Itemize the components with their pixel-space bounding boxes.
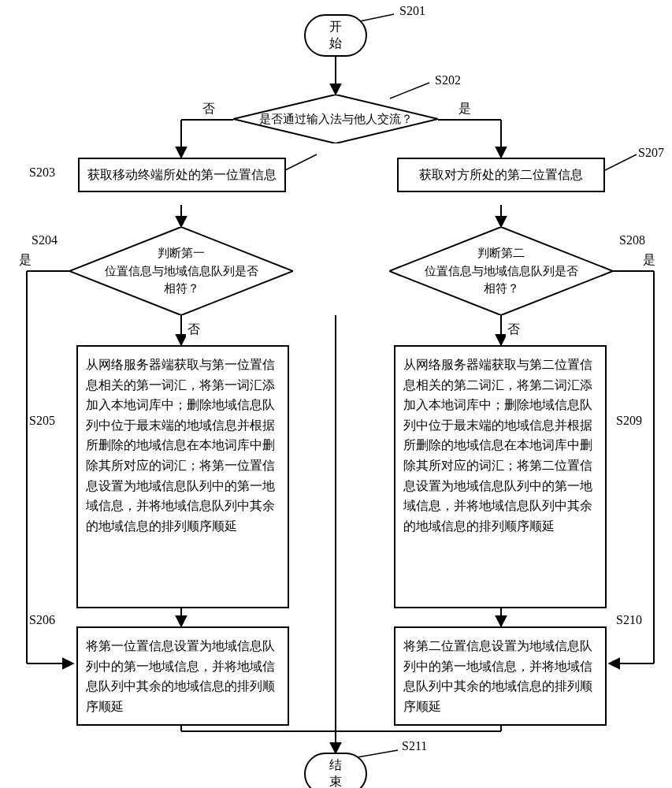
s210-tag: S210 xyxy=(614,613,644,627)
s204-line3: 相符？ xyxy=(164,282,199,295)
s209-tag: S209 xyxy=(614,414,644,428)
s204-no: 否 xyxy=(186,322,202,338)
s209-process: 从网络服务器端获取与第二位置信息相关的第二词汇，将第二词汇添加入本地词库中；删除… xyxy=(394,345,607,608)
s202-tag: S202 xyxy=(433,73,462,87)
s206-process: 将第一位置信息设置为地域信息队列中的第一地域信息，并将地域信息队列中其余的地域信… xyxy=(76,626,289,726)
s210-process: 将第二位置信息设置为地域信息队列中的第一地域信息，并将地域信息队列中其余的地域信… xyxy=(394,626,607,726)
s208-line1: 判断第二 xyxy=(477,247,525,259)
svg-line-25 xyxy=(285,154,317,170)
s209-text: 从网络服务器端获取与第二位置信息相关的第二词汇，将第二词汇添加入本地词库中；删除… xyxy=(403,358,592,533)
s208-no: 否 xyxy=(506,322,522,338)
s205-process: 从网络服务器端获取与第一位置信息相关的第一词汇，将第一词汇添加入本地词库中；删除… xyxy=(76,345,289,608)
s207-text: 获取对方所处的第二位置信息 xyxy=(419,168,583,181)
s204-yes: 是 xyxy=(17,252,33,269)
s205-tag: S205 xyxy=(28,414,57,428)
s204-tag: S204 xyxy=(30,233,59,247)
s202-decision: 是否通过输入法与他人交流？ xyxy=(233,95,438,143)
svg-line-26 xyxy=(605,154,637,170)
s208-line2: 位置信息与地域信息队列是否 xyxy=(425,265,578,277)
s206-text: 将第一位置信息设置为地域信息队列中的第一地域信息，并将地域信息队列中其余的地域信… xyxy=(86,639,275,713)
s207-tag: S207 xyxy=(637,146,666,160)
s204-line2: 位置信息与地域信息队列是否 xyxy=(105,265,258,277)
s203-tag: S203 xyxy=(28,165,57,180)
s208-line3: 相符？ xyxy=(484,282,519,295)
s206-tag: S206 xyxy=(28,613,57,627)
end-text: 结束 xyxy=(329,758,342,788)
s204-line1: 判断第一 xyxy=(158,247,205,259)
s203-process: 获取移动终端所处的第一位置信息 xyxy=(78,158,286,192)
s202-yes: 是 xyxy=(457,101,473,117)
s202-no: 否 xyxy=(201,101,217,117)
s205-text: 从网络服务器端获取与第一位置信息相关的第一词汇，将第一词汇添加入本地词库中；删除… xyxy=(86,358,275,533)
s210-text: 将第二位置信息设置为地域信息队列中的第一地域信息，并将地域信息队列中其余的地域信… xyxy=(403,639,592,713)
s202-text: 是否通过输入法与他人交流？ xyxy=(259,113,413,125)
s207-process: 获取对方所处的第二位置信息 xyxy=(397,158,605,192)
s208-yes: 是 xyxy=(641,252,657,269)
s208-tag: S208 xyxy=(618,233,647,247)
start-text: 开始 xyxy=(329,20,342,50)
s203-text: 获取移动终端所处的第一位置信息 xyxy=(87,168,277,181)
start-terminal: 开始 xyxy=(304,14,367,57)
s201-tag: S201 xyxy=(398,4,427,18)
s204-decision: 判断第一 位置信息与地域信息队列是否 相符？ xyxy=(69,227,293,315)
s211-tag: S211 xyxy=(400,739,429,753)
end-terminal: 结束 xyxy=(304,753,367,788)
s208-decision: 判断第二 位置信息与地域信息队列是否 相符？ xyxy=(389,227,613,315)
